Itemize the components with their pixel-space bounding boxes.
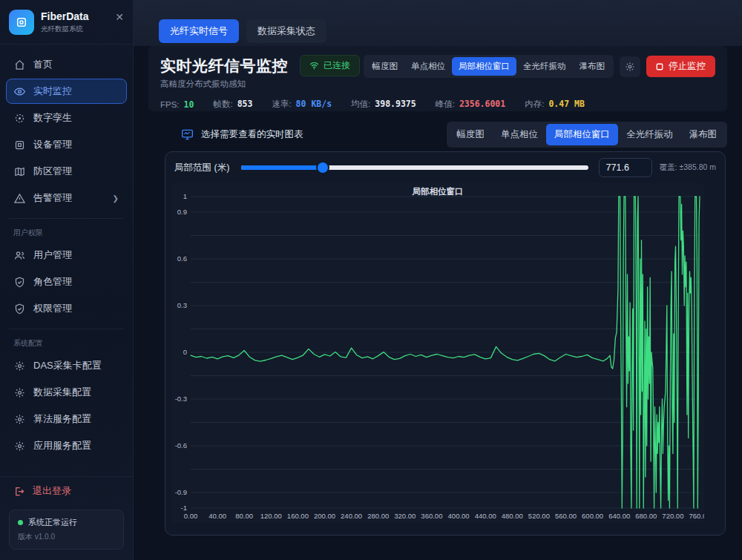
- svg-text:40.00: 40.00: [209, 512, 226, 520]
- sidebar-item-device-mgmt[interactable]: 设备管理: [6, 132, 127, 157]
- sidebar-nav-config: DAS采集卡配置 数据采集配置 算法服务配置 应用服务配置: [0, 352, 133, 460]
- device-icon: [14, 139, 25, 151]
- sidebar-item-alarm-mgmt[interactable]: 告警管理 ❯: [6, 185, 127, 211]
- local-range-slider[interactable]: [241, 165, 588, 170]
- logout-button[interactable]: 退出登录: [0, 476, 133, 505]
- svg-text:440.00: 440.00: [475, 512, 496, 520]
- view-tab-amplitude[interactable]: 幅度图: [366, 57, 405, 76]
- shield-check-icon: [14, 303, 25, 314]
- svg-text:280.00: 280.00: [367, 512, 389, 520]
- monitor-header-card: 实时光纤信号监控 已连接 高精度分布式振动感知 幅度图 单点相位 局部相位窗口 …: [148, 46, 727, 111]
- sidebar-item-permission-mgmt[interactable]: 权限管理: [6, 296, 127, 321]
- gear-icon: [14, 360, 25, 372]
- view-tab-single-point-phase[interactable]: 单点相位: [404, 57, 452, 76]
- svg-text:0.9: 0.9: [177, 208, 187, 216]
- users-icon: [14, 250, 25, 261]
- sidebar-item-label: 应用服务配置: [33, 439, 91, 452]
- chart-container: 局部范围 (米) 771.6 覆盖: ±385.80 m 局部相位窗口 10.9…: [165, 151, 726, 536]
- sidebar-item-digital-twin[interactable]: 数字孪生: [6, 105, 127, 131]
- view-tab-group-header: 幅度图 单点相位 局部相位窗口 全光纤振动 瀑布图: [364, 55, 614, 78]
- settings-button[interactable]: [620, 56, 640, 77]
- divider: [9, 329, 124, 329]
- stop-monitoring-button[interactable]: 停止监控: [646, 56, 715, 77]
- status-dot: [18, 520, 23, 525]
- main-content: 光纤实时信号 数据采集状态 实时光纤信号监控 已连接 高精度分布式振动感知 幅度…: [134, 0, 742, 560]
- svg-text:560.00: 560.00: [555, 512, 577, 520]
- stat-frames: 帧数:853: [213, 99, 252, 110]
- tab-fiber-realtime-signal[interactable]: 光纤实时信号: [159, 19, 239, 43]
- sidebar-item-algo-service-config[interactable]: 算法服务配置: [6, 406, 127, 432]
- selector-tab-full-fiber-vibration[interactable]: 全光纤振动: [618, 124, 681, 145]
- sidebar-nav: 首页 实时监控 数字孪生 设备管理 防区管理 告警管理 ❯: [0, 45, 133, 212]
- svg-text:160.00: 160.00: [287, 512, 309, 520]
- view-tab-waterfall[interactable]: 瀑布图: [573, 57, 612, 76]
- page-subtitle: 高精度分布式振动感知: [160, 79, 360, 90]
- view-tab-group-selector: 幅度图 单点相位 局部相位窗口 全光纤振动 瀑布图: [447, 122, 728, 148]
- stop-icon: [656, 63, 663, 70]
- svg-text:720.00: 720.00: [662, 512, 683, 520]
- sidebar-item-app-service-config[interactable]: 应用服务配置: [6, 433, 127, 458]
- sidebar-item-label: 用户管理: [33, 248, 72, 262]
- sidebar-item-role-mgmt[interactable]: 角色管理: [6, 269, 127, 294]
- svg-text:400.00: 400.00: [448, 512, 470, 520]
- stat-frames-value: 853: [237, 99, 253, 109]
- sidebar-collapse-icon[interactable]: ✕: [115, 12, 124, 22]
- sidebar-nav-permissions: 用户管理 角色管理 权限管理: [0, 241, 133, 323]
- svg-text:-0.9: -0.9: [175, 488, 187, 496]
- view-tab-local-phase-window[interactable]: 局部相位窗口: [452, 57, 516, 76]
- sidebar-item-label: 实时监控: [33, 85, 72, 98]
- divider: [9, 218, 124, 219]
- stat-peak-value: 2356.6001: [459, 99, 505, 109]
- svg-text:520.00: 520.00: [528, 512, 550, 520]
- chevron-right-icon: ❯: [113, 194, 119, 202]
- alert-triangle-icon: [14, 193, 25, 204]
- slider-value-input[interactable]: 771.6: [599, 158, 652, 177]
- logout-label: 退出登录: [33, 484, 71, 498]
- stat-mean-value: 398.9375: [375, 99, 416, 109]
- svg-text:600.00: 600.00: [582, 512, 603, 520]
- gear-icon: [14, 441, 25, 452]
- stat-peak: 峰值:2356.6001: [436, 99, 506, 110]
- svg-text:0.6: 0.6: [177, 254, 187, 263]
- stats-row: FPS:10 帧数:853 速率:80 KB/s 均值:398.9375 峰值:…: [160, 99, 715, 110]
- svg-text:120.00: 120.00: [260, 512, 282, 520]
- map-icon: [14, 166, 25, 177]
- sidebar-item-label: 角色管理: [33, 275, 72, 289]
- svg-text:200.00: 200.00: [314, 512, 335, 520]
- selector-tab-single-point-phase[interactable]: 单点相位: [493, 124, 546, 145]
- view-tab-full-fiber-vibration[interactable]: 全光纤振动: [516, 57, 573, 76]
- chart-selector-row: 选择需要查看的实时图表 幅度图 单点相位 局部相位窗口 全光纤振动 瀑布图: [181, 122, 727, 148]
- slider-fill: [241, 165, 323, 170]
- sidebar-item-label: 权限管理: [33, 302, 72, 315]
- phase-window-chart[interactable]: 10.90.60.30-0.3-0.6-0.9-10.0040.0080.001…: [171, 183, 704, 523]
- selector-tab-waterfall[interactable]: 瀑布图: [681, 124, 726, 145]
- gear-icon: [625, 62, 635, 72]
- sidebar-item-home[interactable]: 首页: [6, 52, 127, 77]
- svg-text:-1: -1: [181, 504, 187, 512]
- app-logo: [9, 10, 34, 35]
- connection-badge: 已连接: [300, 55, 360, 76]
- sidebar-item-realtime-monitor[interactable]: 实时监控: [6, 79, 127, 104]
- coverage-text: 覆盖: ±385.80 m: [660, 162, 716, 173]
- svg-text:0.3: 0.3: [177, 301, 187, 309]
- slider-thumb[interactable]: [318, 162, 328, 173]
- sidebar-item-data-acq-config[interactable]: 数据采集配置: [6, 380, 127, 405]
- tab-data-acquisition-status[interactable]: 数据采集状态: [246, 19, 326, 43]
- top-tab-bar: 光纤实时信号 数据采集状态: [134, 0, 742, 46]
- stat-rate: 速率:80 KB/s: [272, 99, 332, 110]
- svg-text:760.00: 760.00: [689, 512, 704, 520]
- svg-text:680.00: 680.00: [635, 512, 657, 520]
- gear-icon: [14, 414, 25, 425]
- selector-tab-amplitude[interactable]: 幅度图: [449, 124, 493, 145]
- sidebar-bottom: 退出登录 系统正常运行 版本 v1.0.0: [0, 476, 133, 560]
- stat-fps: FPS:10: [160, 99, 194, 110]
- system-status-card: 系统正常运行 版本 v1.0.0: [9, 510, 124, 550]
- wifi-icon: [309, 62, 319, 70]
- svg-text:240.00: 240.00: [341, 512, 362, 520]
- sidebar-item-das-card-config[interactable]: DAS采集卡配置: [6, 353, 127, 378]
- svg-text:320.00: 320.00: [394, 512, 416, 520]
- selector-tab-local-phase-window[interactable]: 局部相位窗口: [546, 124, 618, 145]
- monitor-chart-icon: [181, 129, 194, 140]
- sidebar-item-zone-mgmt[interactable]: 防区管理: [6, 159, 127, 184]
- sidebar-item-user-mgmt[interactable]: 用户管理: [6, 243, 127, 268]
